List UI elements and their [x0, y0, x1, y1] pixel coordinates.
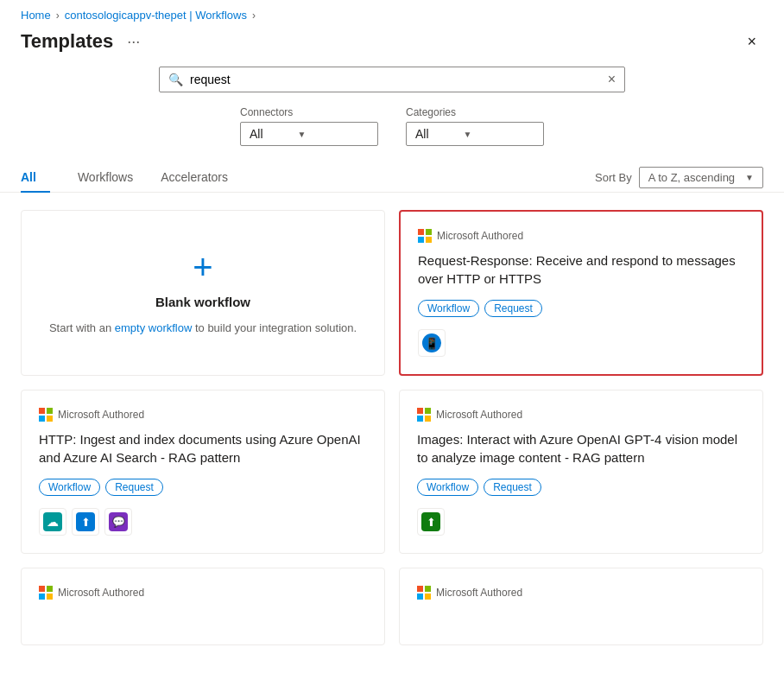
sort-area: Sort By A to Z, ascending ▼	[595, 167, 763, 188]
request-response-tags: Workflow Request	[418, 300, 744, 317]
tag-workflow-3: Workflow	[417, 479, 478, 496]
blank-workflow-desc: Start with an empty workflow to build yo…	[49, 320, 357, 337]
partial-cards-grid: Microsoft Authored Microsoft Authored	[0, 568, 784, 666]
empty-workflow-link[interactable]: empty workflow	[115, 321, 193, 334]
cards-grid: + Blank workflow Start with an empty wor…	[0, 210, 784, 575]
ms-authored-badge-3: Microsoft Authored	[417, 408, 745, 422]
ms-authored-badge-4: Microsoft Authored	[39, 586, 367, 600]
images-title: Images: Interact with Azure OpenAI GPT-4…	[417, 430, 745, 467]
tab-workflows[interactable]: Workflows	[64, 163, 147, 193]
images-tags: Workflow Request	[417, 479, 745, 496]
upload-connector-icon: ⬆	[76, 512, 95, 531]
microsoft-logo-5	[417, 586, 431, 600]
tag-workflow-2: Workflow	[39, 479, 100, 496]
purple-icon-btn[interactable]: 💬	[104, 508, 132, 536]
categories-select[interactable]: All ▼	[406, 122, 544, 146]
breadcrumb-home[interactable]: Home	[21, 9, 51, 22]
tag-request-3: Request	[484, 479, 541, 496]
connectors-chevron-icon: ▼	[298, 130, 307, 139]
http-ingest-tags: Workflow Request	[39, 479, 367, 496]
close-button[interactable]: ×	[740, 31, 763, 53]
http-ingest-icons: ☁ ⬆ 💬	[39, 508, 367, 536]
tabs: All Workflows Accelerators	[21, 163, 242, 192]
tab-all[interactable]: All	[21, 163, 50, 193]
ms-authored-text: Microsoft Authored	[437, 230, 523, 242]
search-icon: 🔍	[168, 73, 183, 86]
connectors-label: Connectors	[240, 106, 378, 118]
blank-workflow-card[interactable]: + Blank workflow Start with an empty wor…	[21, 210, 385, 376]
sort-label: Sort By	[595, 171, 632, 184]
green-icon-btn[interactable]: ⬆	[417, 508, 445, 536]
search-clear-button[interactable]: ×	[608, 73, 616, 86]
request-icon-btn[interactable]: 📱	[418, 329, 446, 357]
categories-filter-group: Categories All ▼	[406, 106, 544, 146]
images-icons: ⬆	[417, 508, 745, 536]
page-title-area: Templates ···	[21, 30, 145, 53]
plus-icon: +	[193, 250, 212, 284]
categories-chevron-icon: ▼	[464, 130, 472, 139]
ms-authored-badge-2: Microsoft Authored	[39, 408, 367, 422]
ms-authored-badge-5: Microsoft Authored	[417, 586, 745, 600]
page-title: Templates	[21, 30, 113, 53]
search-box: 🔍 ×	[159, 67, 625, 92]
sort-select[interactable]: A to Z, ascending ▼	[639, 167, 763, 188]
purple-connector-icon: 💬	[109, 512, 128, 531]
breadcrumb-sep-2: ›	[252, 10, 256, 22]
ms-authored-badge: Microsoft Authored	[418, 229, 744, 243]
sort-chevron-icon: ▼	[745, 173, 754, 182]
ms-logo-green	[426, 229, 432, 235]
ms-logo-blue	[418, 237, 424, 243]
tag-workflow: Workflow	[418, 300, 479, 317]
tag-request: Request	[484, 300, 542, 317]
http-ingest-card[interactable]: Microsoft Authored HTTP: Ingest and inde…	[21, 390, 385, 554]
search-area: 🔍 ×	[0, 67, 784, 106]
request-response-icons: 📱	[418, 329, 744, 357]
breadcrumb: Home › contosologicappv-thepet | Workflo…	[0, 0, 784, 27]
sort-value: A to Z, ascending	[648, 171, 735, 184]
tab-accelerators[interactable]: Accelerators	[147, 163, 242, 193]
more-options-button[interactable]: ···	[122, 31, 145, 53]
connectors-filter-group: Connectors All ▼	[240, 106, 378, 146]
images-card[interactable]: Microsoft Authored Images: Interact with…	[399, 390, 763, 554]
request-response-card[interactable]: Microsoft Authored Request-Response: Rec…	[399, 210, 763, 376]
tabs-bar: All Workflows Accelerators Sort By A to …	[0, 163, 784, 193]
cloud-connector-icon: ☁	[43, 512, 62, 531]
cloud-icon-btn[interactable]: ☁	[39, 508, 66, 536]
microsoft-logo-3	[417, 408, 431, 422]
microsoft-logo-4	[39, 586, 53, 600]
breadcrumb-workflows[interactable]: contosologicappv-thepet | Workflows	[65, 9, 247, 22]
ms-logo-red	[418, 229, 424, 235]
partial-card-left[interactable]: Microsoft Authored	[21, 568, 385, 645]
request-response-title: Request-Response: Receive and respond to…	[418, 251, 744, 288]
ms-authored-text-4: Microsoft Authored	[58, 587, 144, 599]
blank-workflow-title: Blank workflow	[155, 295, 250, 309]
page-header: Templates ··· ×	[0, 27, 784, 67]
partial-card-right[interactable]: Microsoft Authored	[399, 568, 763, 645]
search-input[interactable]	[190, 73, 601, 86]
categories-value: All	[415, 127, 429, 141]
ms-authored-text-2: Microsoft Authored	[58, 409, 144, 421]
tag-request-2: Request	[105, 479, 163, 496]
http-ingest-title: HTTP: Ingest and index documents using A…	[39, 430, 367, 467]
ms-authored-text-3: Microsoft Authored	[436, 409, 522, 421]
breadcrumb-sep-1: ›	[56, 10, 60, 22]
ms-logo-yellow	[426, 237, 432, 243]
microsoft-logo-2	[39, 408, 53, 422]
connectors-select[interactable]: All ▼	[240, 122, 378, 146]
microsoft-logo	[418, 229, 432, 243]
green-connector-icon: ⬆	[421, 512, 440, 531]
upload-icon-btn[interactable]: ⬆	[72, 508, 99, 536]
request-connector-icon: 📱	[422, 333, 441, 352]
filters-area: Connectors All ▼ Categories All ▼	[0, 106, 784, 163]
ms-authored-text-5: Microsoft Authored	[436, 587, 522, 599]
categories-label: Categories	[406, 106, 544, 118]
connectors-value: All	[250, 127, 263, 141]
